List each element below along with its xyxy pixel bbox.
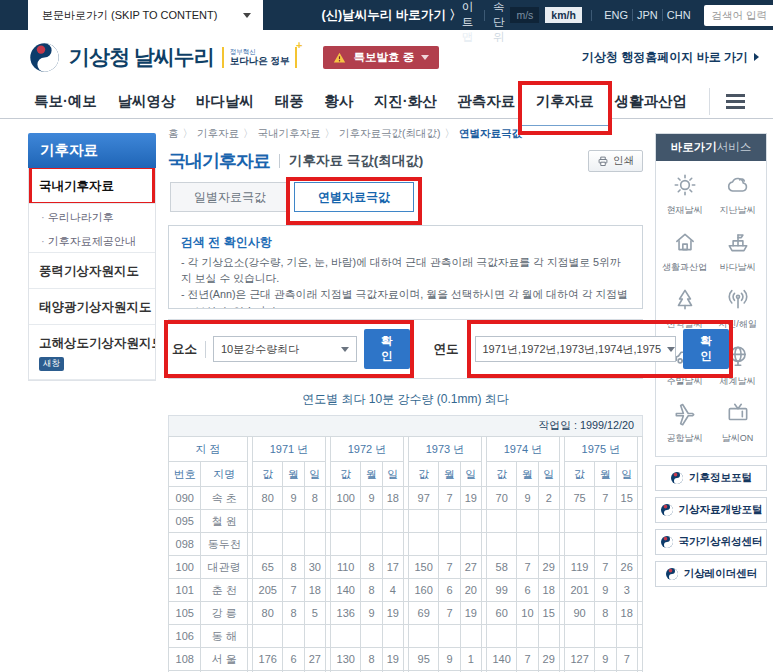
right-rail: 바로가기서비스 현재날씨지난날씨생활과산업바다날씨산악날씨지진/해일주말날씨세계… [655,133,767,672]
nav-item-4[interactable]: 태풍 [273,87,306,116]
nav-item-label: 황사 [324,93,353,109]
sidebar-item-1[interactable]: 국내기후자료 [29,168,155,204]
year-confirm-button[interactable]: 확인 [683,329,729,369]
data-cell: 7 [616,648,637,671]
data-cell [517,625,538,648]
nav-item-5[interactable]: 황사 [322,87,355,116]
breadcrumb-separator: 〉 [325,127,336,139]
tab-daily-extremes[interactable]: 일별자료극값 [170,182,290,212]
banner-link-2[interactable]: 기상자료개방포털 [655,497,767,523]
data-cell: 100 [331,487,361,510]
data-cell: 65 [253,556,283,579]
nav-item-1[interactable]: 특보·예보 [32,87,99,116]
nav-item-3[interactable]: 바다날씨 [194,87,256,116]
breadcrumb-item[interactable]: 국내기후자료 [258,127,321,139]
sidebar-item-6[interactable]: 고해상도기상자원지도새창 [29,325,155,380]
value-header: 값 [486,462,516,487]
sidebar-item-4[interactable]: 풍력기상자원지도 [29,252,155,289]
quicklink-tv[interactable]: 날씨ON [711,393,764,450]
nav-item-label: 지진·화산 [374,93,437,109]
data-cell: 97 [408,487,438,510]
quicklink-label: 세계날씨 [720,375,756,388]
admin-homepage-link[interactable]: 기상청 행정홈페이지 바로 가기 [582,49,759,66]
lang-link-chn[interactable]: CHN [662,9,695,21]
sitemap-link[interactable]: 사이트맵 [462,0,475,45]
left-sidebar: 기후자료 국내기후자료우리나라기후기후자료제공안내풍력기상자원지도태양광기상자원… [28,133,156,672]
nav-item-7[interactable]: 관측자료 [455,87,517,116]
data-cell: 29 [538,648,559,671]
data-cell [382,510,403,533]
quicklink-ship[interactable]: 바다날씨 [711,222,764,279]
breadcrumb-item[interactable]: 기후자료극값(최대값) [339,127,441,139]
sidebar-item-3[interactable]: 기후자료제공안내 [29,228,155,252]
print-button[interactable]: 인쇄 [588,150,643,172]
kma-logo[interactable]: 기상청 날씨누리 [28,41,214,74]
data-cell: 8 [283,556,304,579]
data-cell: 9 [283,487,304,510]
data-cell [253,510,283,533]
data-cell: 18 [538,579,559,602]
year-select[interactable]: 1971년,1972년,1973년,1974년,1975 [475,336,677,362]
spacer-cell [637,437,642,487]
year-header: 1972 년 [331,437,404,462]
data-cell [538,533,559,556]
warning-in-effect-button[interactable]: 특보발효 중 [323,46,439,69]
quicklink-house[interactable]: 생활과산업 [658,222,711,279]
element-confirm-button[interactable]: 확인 [364,329,409,369]
data-cell [304,625,325,648]
quicklink-tree[interactable]: 산악날씨 [658,279,711,336]
skip-to-content[interactable]: 본문바로가기 (SKIP TO CONTENT) [28,0,263,30]
station-name-cell: 철 원 [201,510,248,533]
data-cell [616,510,637,533]
menu-icon[interactable] [709,88,755,115]
new-weather-site-link[interactable]: (신)날씨누리 바로가기 〉 [321,7,461,24]
breadcrumb-item[interactable]: 연별자료극값 [459,127,522,139]
sidebar-item-2[interactable]: 우리나라기후 [29,204,155,228]
warning-button-label: 특보발효 중 [353,50,414,65]
value-header: 월 [595,462,616,487]
quicklink-broadcast[interactable]: 지진/해일 [711,279,764,336]
lang-link-eng[interactable]: ENG [600,9,632,21]
divider [279,154,280,168]
lang-link-jpn[interactable]: JPN [632,9,662,21]
data-cell: 20 [460,579,481,602]
search-input[interactable] [710,8,773,22]
unit-kmh-button[interactable]: km/h [545,7,582,23]
banner-link-1[interactable]: 기후정보포털 [655,465,767,491]
kma-mini-logo-icon [660,503,674,517]
banner-label: 기상레이더센터 [684,567,758,581]
data-cell: 18 [616,602,637,625]
tab-label: 일별자료극값 [194,189,266,206]
year-header: 1973 년 [408,437,481,462]
quicklink-cloud[interactable]: 지난날씨 [711,165,764,222]
quicklink-plane[interactable]: 공항날씨 [658,393,711,450]
quicklinks-title-light: 서비스 [717,141,752,153]
breadcrumb-item[interactable]: 홈 [168,127,179,139]
data-cell: 6 [439,579,460,602]
data-cell: 201 [564,579,594,602]
nav-item-8[interactable]: 기후자료 [534,87,596,116]
element-select[interactable]: 10분강수량최다 [213,336,357,362]
banner-link-4[interactable]: 기상레이더센터 [655,561,767,587]
nav-item-6[interactable]: 지진·화산 [372,87,439,116]
unit-ms-button[interactable]: m/s [510,7,539,23]
quicklink-sun[interactable]: 현재날씨 [658,165,711,222]
data-cell: 7 [517,556,538,579]
table-row: 098동두천 [169,533,643,556]
breadcrumb-item[interactable]: 기후자료 [197,127,239,139]
nav-item-9[interactable]: 생활과산업 [612,87,689,116]
data-cell: 8 [283,602,304,625]
value-header: 일 [616,462,637,487]
sidebar-item-5[interactable]: 태양광기상자원지도 [29,289,155,325]
arrow-right-icon [754,53,759,61]
data-cell: 140 [486,648,516,671]
tab-yearly-extremes[interactable]: 연별자료극값 [294,182,414,212]
value-header: 일 [382,462,403,487]
sidebar-item-label: 국내기후자료 [39,179,114,193]
main-column: 홈〉기후자료〉국내기후자료〉기후자료극값(최대값)〉연별자료극값 국내기후자료 … [168,125,643,672]
nav-item-2[interactable]: 날씨영상 [115,87,177,116]
data-cell [331,625,361,648]
sidebar-item-label: 고해상도기상자원지도 [39,336,155,350]
banner-link-3[interactable]: 국가기상위성센터 [655,529,767,555]
data-cell: 7 [439,487,460,510]
